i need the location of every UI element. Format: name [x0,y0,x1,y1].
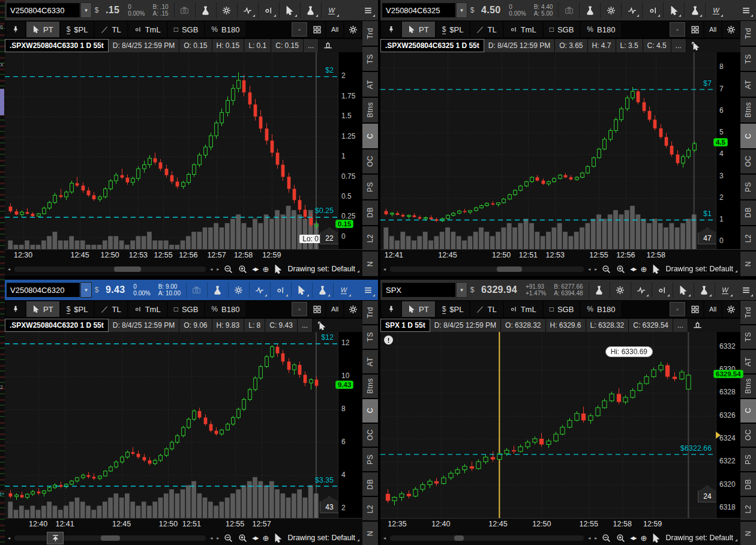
sidebar-tab-l2[interactable]: L2 [740,497,756,520]
sidebar-tab-ts[interactable]: TS [740,325,756,349]
price-axis[interactable]: 0.15 21.751.51.2510.750.50.250 [338,52,362,249]
all-button[interactable]: All [326,22,343,37]
compare-icon[interactable] [644,2,661,19]
strategies-flask-icon[interactable] [209,282,226,298]
cursor-tool-icon[interactable] [281,2,298,19]
chart-scrollbar[interactable] [14,535,206,541]
all-button[interactable]: All [326,301,343,317]
sidebar-tab-c[interactable]: C [362,399,378,423]
toolbar-settings-gear-icon[interactable] [722,22,739,37]
price-axis[interactable]: 9.43 12108642 [338,332,362,518]
pointer-mode-icon[interactable] [273,264,283,274]
drawing-set-selector[interactable]: Drawing set: Default [665,265,737,273]
chart-menu-icon[interactable] [359,282,376,298]
price-chart-canvas[interactable] [380,52,716,249]
alert-line-label[interactable]: $6322.66 [680,444,712,453]
expand-bars-icon[interactable]: ◀▶ [252,535,258,541]
time-axis[interactable]: 12:4012:4112:4512:5012:5112:5512:57 [5,518,362,531]
pointer-mode-icon[interactable] [651,264,661,274]
pin-button[interactable] [382,301,401,317]
scroll-left-icon[interactable]: ◂ [383,535,386,541]
sidebar-tab-n[interactable]: N [362,251,378,276]
snapshot-camera-icon[interactable] [176,2,193,19]
alert-line-label[interactable]: $1 [703,209,712,218]
expand-bars-icon[interactable]: ◀▶ [252,266,258,272]
time-axis[interactable]: 12:3012:4512:5012:5312:5512:5612:5712:58… [5,249,362,262]
sidebar-tab-ps[interactable]: PS [362,448,378,471]
grid-layout-button[interactable] [686,301,703,317]
scroll-left-icon[interactable]: ◂ [8,535,10,541]
price-link-icon[interactable]: $ [92,286,101,294]
strategies-flask-icon[interactable] [197,2,214,19]
chart-scrollbar[interactable] [390,535,584,541]
strategies-flask-icon[interactable] [591,282,608,298]
sidebar-tab-n[interactable]: N [362,522,378,545]
sidebar-tab-c[interactable]: C [362,124,378,148]
sidebar-tab-ts[interactable]: TS [362,325,378,349]
sidebar-tab-ts[interactable]: TS [740,47,756,71]
ohlc-more[interactable]: ... [304,39,319,52]
symbol-input[interactable] [7,3,80,17]
tl-button[interactable]: ／TL [95,301,127,317]
ohlc-more[interactable]: ... [671,39,686,52]
grid-layout-button[interactable] [686,22,703,37]
chart-cursor-icon[interactable] [317,321,326,330]
alert-line-label[interactable]: $0.25 [315,206,334,215]
tl-button[interactable]: ／TL [470,22,502,37]
alert-icon[interactable]: ! [384,336,393,345]
settings-gear-icon[interactable] [602,2,619,19]
zoom-in-icon[interactable] [238,264,248,274]
chart-menu-icon[interactable] [737,2,754,19]
price-link-icon[interactable]: $ [468,6,476,14]
step-right-icon[interactable]: ▸ [595,266,597,272]
zoom-in-icon[interactable] [238,533,248,543]
analyze-flask-icon[interactable] [314,282,331,298]
all-button[interactable]: All [704,301,721,317]
alert-line-label[interactable]: $3.35 [315,476,334,484]
analyze-flask-icon[interactable] [302,2,319,19]
pt-button[interactable]: PT [402,22,435,37]
sidebar-tab-oc[interactable]: OC [362,424,378,447]
auto-scroll-button[interactable] [47,532,64,544]
pt-button[interactable]: PT [26,301,59,317]
step-right-icon[interactable]: ▸ [595,535,597,541]
sidebar-tab-trd[interactable]: Trd [740,21,756,46]
price-axis[interactable]: 4.5 876543210 [716,52,740,249]
price-chart-canvas[interactable] [380,332,716,518]
crosshair-icon[interactable]: ⊕ [641,265,647,274]
sidebar-tab-db[interactable]: DB [362,472,378,496]
spl-button[interactable]: $$PL [436,301,470,317]
studies-pulse-icon[interactable] [623,2,640,19]
pointer-mode-icon[interactable] [651,533,661,543]
pin-button[interactable] [382,22,401,37]
tml-button[interactable]: TmL [128,22,167,37]
sidebar-tab-trd[interactable]: Trd [362,21,378,46]
time-axis[interactable]: 12:4112:4512:5012:5112:5312:5512:5612:58 [380,249,740,262]
symbol-dropdown-button[interactable]: ▾ [80,282,92,298]
all-button[interactable]: All [704,22,721,37]
sidebar-tab-ps[interactable]: PS [740,175,756,199]
toolbar-settings-gear-icon[interactable] [344,22,361,37]
sgb-button[interactable]: □SGB [168,301,205,317]
tl-button[interactable]: ／TL [95,22,127,37]
price-link-icon[interactable]: $ [92,6,101,14]
sgb-button[interactable]: □SGB [544,22,580,37]
step-left-icon[interactable]: ◂ [588,266,590,272]
drawing-set-selector[interactable]: Drawing set: Default [287,265,359,273]
price-chart-canvas[interactable] [5,332,338,518]
zoom-out-icon[interactable] [223,264,233,274]
symbol-input[interactable] [382,3,455,17]
cursor-tool-icon[interactable] [293,282,310,298]
ohlc-more[interactable]: ... [298,319,313,332]
toolbar-settings-gear-icon[interactable] [722,301,739,317]
grid-layout-button[interactable] [308,301,325,317]
scrollbar-handle[interactable] [114,266,141,272]
sidebar-tab-db[interactable]: DB [740,200,756,225]
pt-button[interactable]: PT [26,22,59,37]
expand-bars-icon[interactable]: ◀▶ [630,535,636,541]
sidebar-tab-trd[interactable]: Trd [740,301,756,324]
alert-line-label[interactable]: $7 [703,79,712,88]
compare-icon[interactable] [272,282,289,298]
pattern-tool-icon[interactable]: W [335,282,352,298]
studies-pulse-icon[interactable] [633,282,650,298]
